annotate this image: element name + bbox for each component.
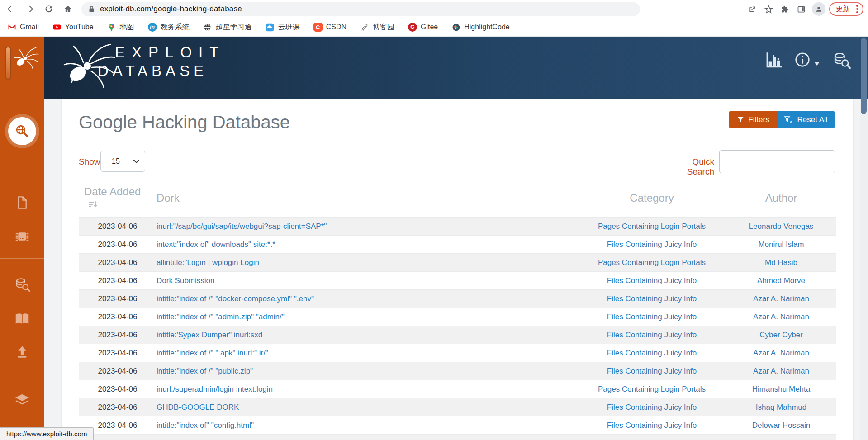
- row-dork-link[interactable]: inurl:/superadmin/login intext:login: [157, 385, 273, 393]
- scrollbar-thumb[interactable]: [861, 38, 867, 114]
- bookmark-chaoxing[interactable]: 超星学习通: [203, 23, 252, 32]
- bookmark-highlightcode[interactable]: HighlightCode: [451, 23, 510, 32]
- sidebar-scroll-pill[interactable]: [5, 47, 11, 80]
- filters-button[interactable]: Filters: [729, 111, 778, 128]
- sidebar-item-training[interactable]: [12, 391, 32, 411]
- chrome-update-button[interactable]: 更新: [829, 2, 863, 16]
- funnel-icon: [737, 116, 744, 123]
- extensions-button[interactable]: [777, 1, 793, 17]
- csdn-icon: C: [313, 23, 323, 32]
- bookmark-star-button[interactable]: [760, 1, 777, 17]
- table-row: 2023-04-06 inurl:"/sap/bc/gui/sap/its/we…: [79, 218, 836, 236]
- bookmark-youtube[interactable]: YouTube: [52, 23, 94, 32]
- row-dork-link[interactable]: intitle:"index of /" ".apk" inurl:".ir/": [157, 349, 268, 357]
- back-button[interactable]: [3, 1, 19, 17]
- bookmark-gmail[interactable]: Gmail: [7, 23, 39, 32]
- row-author: Delowar Hossain: [726, 416, 836, 435]
- row-category: Files Containing Juicy Info: [577, 344, 726, 362]
- row-author: Azar A. Nariman: [726, 362, 836, 380]
- row-dork-link[interactable]: allintitle:"Login | wplogin Login: [157, 258, 259, 267]
- update-label: 更新: [835, 5, 850, 14]
- row-date: 2023-04-06: [79, 308, 157, 326]
- column-dork[interactable]: Dork: [157, 185, 577, 218]
- row-date: 2023-04-06: [79, 254, 157, 272]
- browser-toolbar: exploit-db.com/google-hacking-database 更…: [0, 0, 868, 18]
- row-date: 2023-04-06: [79, 326, 157, 344]
- row-dork-link[interactable]: intitle:"index of" "config.html": [157, 421, 254, 430]
- row-dork-link[interactable]: intitle:"index of /" "public.zip": [157, 367, 253, 375]
- globe-icon: [203, 23, 212, 32]
- row-dork-link[interactable]: intitle:"index of /" "docker-compose.yml…: [157, 294, 314, 303]
- column-category[interactable]: Category: [577, 185, 726, 218]
- sidebar-divider: [9, 80, 36, 80]
- scrollbar-track[interactable]: [860, 99, 868, 440]
- header-search-button[interactable]: [831, 51, 851, 71]
- reload-icon: [44, 4, 54, 14]
- reload-button[interactable]: [41, 1, 57, 17]
- star-icon: [764, 5, 773, 14]
- puzzle-icon: [780, 5, 790, 14]
- sidebar-item-submit[interactable]: [12, 342, 32, 362]
- column-author[interactable]: Author: [726, 185, 836, 218]
- home-icon: [63, 4, 73, 14]
- row-dork-link[interactable]: intext:"index of" downloads" site:*.*: [157, 240, 275, 249]
- reset-all-button[interactable]: x Reset All: [778, 111, 835, 128]
- edb-logo-text[interactable]: EXPLOIT DATABASE: [98, 44, 225, 80]
- home-button[interactable]: [60, 1, 76, 17]
- profile-avatar[interactable]: [812, 2, 825, 16]
- table-row: 2023-04-06 Dork Submission Files Contain…: [79, 272, 836, 290]
- edb-spider-logo-small[interactable]: [12, 45, 40, 73]
- filter-buttons: Filters x Reset All: [729, 111, 835, 128]
- sidebar-divider: [0, 258, 44, 259]
- about-button[interactable]: [793, 51, 811, 69]
- forward-button[interactable]: [22, 1, 38, 17]
- chevron-down-icon: [814, 62, 820, 66]
- table-row: 2023-04-06 GHDB-GOOGLE DORK Files Contai…: [79, 398, 836, 416]
- maps-pin-icon: [107, 23, 116, 32]
- chevron-down-icon: [133, 160, 139, 163]
- bookmark-yunbanke[interactable]: 云班课: [266, 23, 300, 32]
- open-book-icon: [14, 310, 31, 327]
- row-category: Pages Containing Login Portals: [577, 218, 726, 236]
- screen: exploit-db.com/google-hacking-database 更…: [0, 0, 868, 440]
- reset-all-label: Reset All: [797, 115, 827, 124]
- row-dork-link[interactable]: intitle:'Sypex Dumper" inurl:sxd: [157, 331, 262, 339]
- sort-icon[interactable]: [89, 201, 97, 208]
- bookmark-maps[interactable]: 地图: [107, 23, 134, 32]
- bookmark-csdn[interactable]: C CSDN: [313, 23, 346, 32]
- bookmark-jwxt[interactable]: in 教务系统: [148, 23, 190, 32]
- highlightcode-icon: [451, 23, 460, 32]
- page-title: Google Hacking Database: [79, 112, 290, 132]
- database-search-icon: [831, 51, 851, 71]
- side-panel-button[interactable]: [793, 1, 809, 17]
- sidebar-item-ghdb-active[interactable]: [8, 117, 36, 145]
- microchip-icon: [14, 228, 31, 245]
- url-text: exploit-db.com/google-hacking-database: [100, 5, 242, 14]
- row-dork-link[interactable]: intitle:"index of /" "admin.zip" "admin/…: [157, 312, 285, 321]
- edb-header: EXPLOIT DATABASE: [44, 37, 868, 99]
- row-category: Pages Containing Login Portals: [577, 380, 726, 398]
- person-icon: [814, 5, 823, 14]
- bar-chart-icon: [764, 50, 783, 69]
- row-date: 2023-04-06: [79, 380, 157, 398]
- row-dork-link[interactable]: inurl:"/sap/bc/gui/sap/its/webgui?sap-cl…: [157, 222, 327, 231]
- about-caret[interactable]: [814, 62, 820, 66]
- sidebar-item-papers[interactable]: [12, 193, 32, 213]
- row-dork-link[interactable]: GHDB-GOOGLE DORK: [157, 403, 239, 412]
- stats-button[interactable]: [764, 50, 783, 69]
- in-circle-icon: in: [148, 23, 157, 32]
- sidebar-item-search-db[interactable]: [12, 275, 32, 295]
- row-date: 2023-04-06: [79, 290, 157, 308]
- quick-search-input[interactable]: [719, 150, 835, 173]
- sidebar-item-docs[interactable]: [12, 309, 32, 329]
- sidebar-item-shellcodes[interactable]: [12, 227, 32, 246]
- bookmark-cnblogs[interactable]: 博客园: [360, 23, 394, 32]
- address-bar[interactable]: exploit-db.com/google-hacking-database: [81, 2, 640, 16]
- row-dork-link[interactable]: Dork Submission: [157, 276, 215, 285]
- share-button[interactable]: [744, 1, 760, 17]
- bookmark-gitee[interactable]: G Gitee: [408, 23, 438, 32]
- column-date-added[interactable]: Date Added: [79, 185, 157, 218]
- row-date: 2023-04-06: [79, 362, 157, 380]
- show-page-size-select[interactable]: 15: [100, 151, 145, 172]
- menu-dots-icon[interactable]: [854, 5, 860, 13]
